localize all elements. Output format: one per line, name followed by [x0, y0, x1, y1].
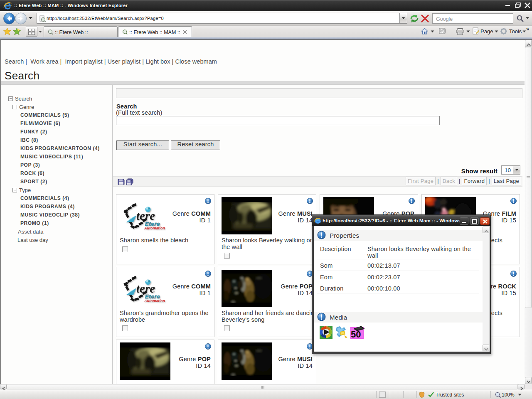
svg-text:50: 50: [351, 329, 361, 340]
svg-text:Automation: Automation: [144, 299, 165, 303]
svg-text:Automation: Automation: [144, 226, 165, 230]
